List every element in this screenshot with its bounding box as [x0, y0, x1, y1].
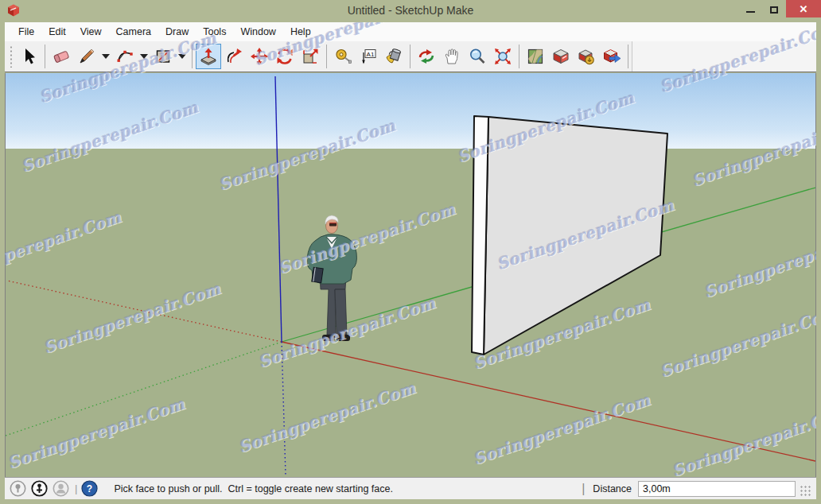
move-tool-icon[interactable]	[247, 44, 272, 69]
person-leg-right	[335, 289, 347, 335]
eraser-tool-icon[interactable]	[49, 44, 74, 69]
statusbar-separator: |	[582, 482, 585, 496]
window-resize-grip[interactable]	[800, 486, 811, 497]
add-location-tool-icon[interactable]	[523, 44, 548, 69]
geolocation-icon[interactable]	[10, 480, 26, 497]
rectangle-tool-dropdown-icon[interactable]	[176, 44, 189, 69]
paint-bucket-tool-icon[interactable]	[381, 44, 407, 69]
tape-measure-tool-icon[interactable]	[330, 44, 356, 69]
orbit-tool-icon[interactable]	[414, 44, 439, 69]
toolbar-empty-dock	[632, 41, 816, 72]
toolbar-separator	[410, 45, 410, 68]
line-tool-icon[interactable]	[74, 44, 99, 69]
follow-me-tool-icon[interactable]	[221, 44, 247, 69]
maximize-button[interactable]	[762, 0, 786, 17]
menu-item-file[interactable]: File	[11, 24, 41, 40]
line-tool-dropdown-icon[interactable]	[99, 44, 112, 69]
toolbar-separator	[519, 45, 519, 68]
person-glasses	[329, 223, 337, 227]
sketchup-window: Untitled - SketchUp Make ✕ FileEditViewC…	[0, 0, 821, 504]
select-tool-icon[interactable]	[16, 44, 41, 69]
arc-tool-dropdown-icon[interactable]	[138, 44, 150, 69]
menu-item-edit[interactable]: Edit	[41, 24, 73, 40]
help-icon[interactable]: ?	[81, 480, 98, 497]
text-tool-icon[interactable]: A1	[356, 44, 381, 69]
menu-item-tools[interactable]: Tools	[196, 24, 233, 40]
arc-tool-icon[interactable]	[112, 44, 138, 69]
svg-text:?: ?	[87, 483, 92, 494]
toolbar-separator	[326, 45, 327, 68]
get-models-tool-icon[interactable]	[574, 44, 599, 69]
menu-item-draw[interactable]: Draw	[158, 24, 196, 40]
sign-in-icon[interactable]	[53, 480, 69, 497]
statusbar-separator: |	[75, 483, 77, 494]
pan-tool-icon[interactable]	[439, 44, 465, 69]
toolbar-separator	[192, 45, 193, 68]
window-frame-bottom	[0, 499, 821, 504]
menu-item-help[interactable]: Help	[283, 24, 318, 40]
sky	[6, 73, 815, 149]
person-shoe-right	[337, 335, 350, 341]
menu-item-window[interactable]: Window	[233, 24, 282, 40]
toggle-terrain-tool-icon[interactable]	[548, 44, 574, 69]
toolbar-drag-handle[interactable]	[9, 45, 13, 68]
minimize-button[interactable]	[738, 0, 762, 17]
share-model-tool-icon[interactable]	[599, 44, 625, 69]
distance-label: Distance	[593, 483, 632, 494]
credits-icon[interactable]	[31, 480, 48, 497]
rotate-tool-icon[interactable]	[272, 44, 298, 69]
toolbar-separator	[628, 45, 628, 68]
menu-item-view[interactable]: View	[73, 24, 109, 40]
zoom-tool-icon[interactable]	[465, 44, 490, 69]
menu-bar: FileEditViewCameraDrawToolsWindowHelp	[5, 22, 816, 41]
title-bar: Untitled - SketchUp Make ✕	[0, 0, 821, 22]
menu-item-camera[interactable]: Camera	[109, 24, 158, 40]
push-pull-tool-icon[interactable]	[196, 44, 221, 69]
ground	[6, 149, 815, 477]
status-bar: | ? Pick face to push or pull. Ctrl = to…	[5, 477, 816, 499]
distance-input[interactable]	[638, 481, 796, 497]
toolbar-separator	[45, 45, 45, 68]
window-title: Untitled - SketchUp Make	[0, 4, 821, 17]
toolbar: A1	[5, 41, 816, 72]
svg-text:A1: A1	[367, 51, 375, 58]
person-shoe-left	[322, 335, 335, 341]
scale-tool-icon[interactable]	[298, 44, 323, 69]
modeling-viewport[interactable]	[5, 73, 816, 477]
close-button[interactable]: ✕	[786, 0, 821, 17]
status-message: Pick face to push or pull. Ctrl = toggle…	[114, 483, 393, 494]
zoom-extents-tool-icon[interactable]	[490, 44, 516, 69]
rectangle-tool-icon[interactable]	[150, 44, 176, 69]
